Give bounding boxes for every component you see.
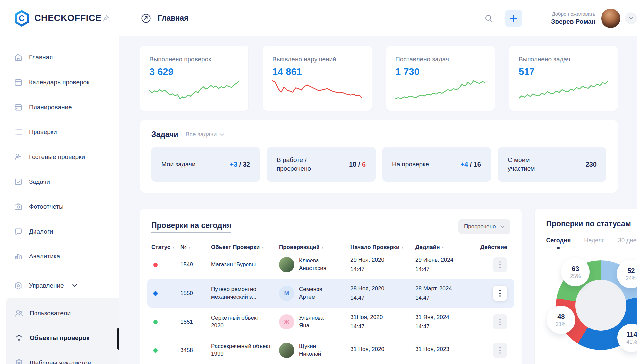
row-actions-button[interactable] (493, 257, 507, 272)
tab-30-days[interactable]: 30 дней (618, 237, 637, 249)
list-icon (14, 128, 23, 136)
tasks-title: Задачи (151, 130, 178, 139)
sidebar-item-calendar[interactable]: Календарь проверок (0, 70, 119, 95)
checkbox-icon (14, 178, 23, 186)
stat-card-inspections-done[interactable]: Выполнено проверок 3 629 (140, 46, 248, 111)
status-dot (153, 291, 158, 296)
sidebar-item-analytics[interactable]: Аналитика (0, 244, 119, 269)
inspections-panel: Проверки на сегодня Просрочено Статус▾ №… (140, 209, 522, 364)
status-dot (153, 348, 158, 353)
column-header-object[interactable]: Обьект Проверки▾ (211, 244, 279, 251)
task-card-accent-value: +4 (460, 161, 468, 168)
column-header-deadline[interactable]: Дедлайн▾ (415, 244, 480, 251)
inspector-avatar (279, 343, 294, 358)
sort-arrow-icon: ▾ (262, 245, 264, 250)
tasks-filter-dropdown[interactable]: Все задачи (186, 131, 224, 138)
sidebar-item-users[interactable]: Пользователи (6, 301, 119, 326)
task-card-with-my-participation[interactable]: С моим участием 230 (498, 147, 606, 182)
sidebar-item-main[interactable]: Главная (0, 45, 119, 70)
brand-logo[interactable]: C CHECKOFFICE (13, 9, 102, 27)
inspection-number: 1550 (180, 290, 211, 297)
sparkline-chart (149, 79, 239, 100)
task-card-label: С моим участием (508, 156, 557, 173)
search-icon (484, 14, 493, 23)
inspection-object: Рассекреченый объект 1999 (211, 343, 279, 358)
table-row-selected[interactable]: 1550 Путево ремонтно механический з... М… (147, 279, 514, 308)
page-title-icon (141, 13, 151, 23)
task-card-label: На проверке (392, 160, 429, 169)
stat-label: Выполнено задач (519, 56, 608, 63)
start-datetime: 29 Ноя, 202014:47 (350, 256, 415, 273)
inspector-avatar: Ж (279, 314, 294, 329)
donut-label-red: 4821% (547, 306, 575, 334)
start-datetime: 28 Ноя, 202014:47 (350, 285, 415, 302)
task-card-total-value: 18 / (349, 161, 362, 168)
task-card-label: Мои задачи (161, 160, 196, 169)
inspections-filter-dropdown[interactable]: Просрочено (458, 219, 510, 234)
sidebar-item-planning[interactable]: Планирование (0, 95, 119, 119)
sidebar-item-photo-reports[interactable]: Фотоотчеты (0, 194, 119, 219)
sort-arrow-icon: ▾ (401, 245, 403, 250)
status-panel-title: Проверки по статусам (546, 219, 637, 228)
sidebar-item-inspection-objects[interactable]: Объекты проверок (6, 326, 119, 350)
sidebar-item-checklist-templates[interactable]: Шаблоны чек-листов (6, 350, 119, 364)
status-dot (153, 263, 158, 267)
stat-value: 1 730 (395, 66, 485, 77)
task-card-my-tasks[interactable]: Мои задачи +3 / 32 (151, 147, 260, 182)
brand-wordmark: CHECKOFFICE (35, 13, 102, 23)
start-datetime: 31Ноя, 202014:47 (350, 314, 415, 330)
task-card-total-value: / 32 (237, 161, 250, 168)
task-card-in-progress-overdue[interactable]: В работе / просрочено 18 / 6 (267, 147, 376, 182)
row-actions-button[interactable] (493, 343, 507, 358)
inspections-title[interactable]: Проверки на сегодня (151, 221, 231, 233)
add-button[interactable] (505, 10, 522, 27)
sidebar-item-label: Календарь проверок (29, 79, 90, 86)
inspector-avatar: М (279, 286, 294, 301)
task-card-on-review[interactable]: На проверке +4 / 16 (382, 147, 491, 182)
sidebar-item-label: Пользователи (30, 310, 71, 317)
sidebar-item-dialogs[interactable]: Диалоги (0, 219, 119, 244)
sidebar-item-guest-inspections[interactable]: Гостевые проверки (0, 144, 119, 169)
column-header-inspector[interactable]: Проверяющий▾ (279, 244, 350, 251)
chevron-down-icon (220, 133, 224, 136)
inspection-number: 3458 (180, 347, 211, 354)
stat-card-violations[interactable]: Выявлено нарушений 14 861 (263, 46, 372, 111)
bar-chart-icon (14, 252, 23, 261)
stat-card-tasks-assigned[interactable]: Поставлено задач 1 730 (386, 46, 495, 111)
clipboard-icon (15, 359, 23, 364)
calendar-icon (14, 78, 23, 87)
stat-card-tasks-done[interactable]: Выполнено задач 517 (509, 46, 618, 111)
column-header-status[interactable]: Статус▾ (151, 244, 180, 251)
column-header-start[interactable]: Начало Проверки▾ (350, 244, 415, 251)
sidebar-item-management[interactable]: Управление (0, 273, 119, 298)
sidebar-item-tasks[interactable]: Задачи (0, 169, 119, 194)
row-actions-button[interactable] (493, 314, 507, 329)
column-header-number[interactable]: №▾ (180, 244, 211, 251)
tab-week[interactable]: Неделя (584, 237, 605, 249)
row-actions-button[interactable] (493, 286, 507, 301)
table-row[interactable]: 3458 Рассекреченый объект 1999 ЩукинНико… (151, 336, 510, 364)
column-header-action: Действие (480, 244, 510, 251)
table-row[interactable]: 1549 Магазин “Буровы... КлюеваАнастасия … (151, 251, 510, 279)
svg-text:C: C (19, 13, 24, 22)
stat-label: Выявлено нарушений (272, 56, 362, 63)
sidebar-divider (9, 271, 111, 271)
tab-today[interactable]: Сегодня (546, 237, 571, 249)
sidebar: Главная Календарь проверок Планирование … (0, 36, 119, 364)
user-avatar[interactable] (601, 9, 620, 28)
user-menu-button[interactable] (625, 12, 637, 24)
inspection-object: Магазин “Буровы... (211, 261, 279, 269)
pin-sidebar-button[interactable] (102, 14, 110, 23)
table-row[interactable]: 1551 Серкетный объект 2020 Ж УльяноваЯна… (151, 308, 510, 336)
status-chart-panel: Проверки по статусам Сегодня Неделя 30 д… (535, 209, 637, 364)
sort-arrow-icon: ▾ (322, 245, 324, 250)
task-card-total-value: / 16 (468, 161, 481, 168)
brand-hexagon-icon: C (13, 9, 30, 27)
search-button[interactable] (484, 14, 493, 23)
inspection-object: Серкетный объект 2020 (211, 314, 279, 329)
deadline-datetime: 29 Июнь, 202414:47 (415, 256, 480, 273)
camera-icon (14, 202, 23, 211)
sidebar-item-inspections[interactable]: Проверки (0, 119, 119, 144)
sidebar-item-label: Гостевые проверки (29, 153, 85, 161)
sidebar-item-label: Задачи (29, 178, 50, 185)
